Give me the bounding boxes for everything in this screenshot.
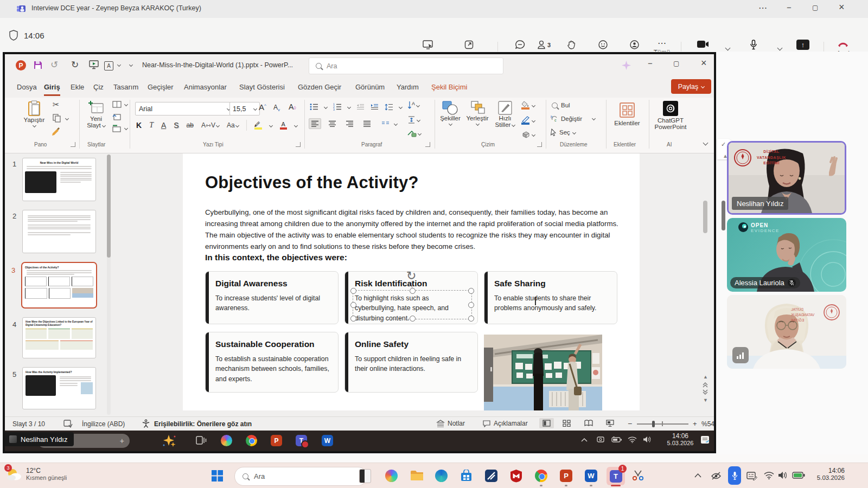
tab-ciz[interactable]: Çiz: [93, 83, 104, 91]
task-view-icon[interactable]: [196, 435, 207, 445]
video-feed-alessia[interactable]: OPEN EVIDENCE Alessia Lauriola: [727, 218, 846, 292]
zoom-slider[interactable]: [637, 423, 688, 425]
shape-fill-button[interactable]: [521, 101, 535, 110]
status-accessibility[interactable]: Erişilebilirlik: Önerilere göz atın: [154, 420, 252, 428]
font-name-combo[interactable]: Arial: [135, 102, 234, 115]
indent-button[interactable]: [371, 104, 379, 110]
app-tile-icon[interactable]: [485, 470, 497, 482]
tab-dosya[interactable]: Dosya: [17, 83, 37, 91]
video-feed-participant3[interactable]: DİJİTALVATANDAŞLIKEĞİTİMİ: [727, 295, 846, 369]
chatgpt-button[interactable]: ChatGPT PowerPoint: [652, 101, 690, 130]
selection-handle-se[interactable]: [468, 316, 474, 322]
layout-chevron-icon[interactable]: [124, 102, 128, 106]
columns-button[interactable]: [381, 121, 390, 127]
replace-button[interactable]: bcDeğiştir: [551, 115, 595, 122]
numbering-chevron-icon[interactable]: [347, 105, 351, 108]
ppt-share-button[interactable]: Paylaş: [671, 79, 711, 94]
ribbon-collapse-icon[interactable]: [703, 140, 709, 146]
section-icon[interactable]: [112, 125, 121, 132]
shared-teams-icon[interactable]: T: [296, 435, 307, 446]
shared-battery-icon[interactable]: [611, 436, 622, 443]
align-left-button[interactable]: [309, 118, 321, 129]
scroll-down-icon[interactable]: ▼: [703, 397, 708, 403]
quickbar-customize-icon[interactable]: [129, 63, 133, 67]
tab-gorunum[interactable]: Görünüm: [355, 83, 385, 91]
shared-word-icon[interactable]: W: [322, 435, 333, 446]
tab-ekle[interactable]: Ekle: [71, 83, 84, 91]
zoom-out-button[interactable]: −: [628, 419, 632, 428]
shadow-button[interactable]: S: [174, 121, 178, 130]
app-explorer-icon[interactable]: [410, 470, 423, 481]
previous-slide-button[interactable]: [702, 381, 709, 388]
start-button[interactable]: [212, 470, 223, 481]
ppt-minimize-button[interactable]: −: [648, 59, 653, 68]
font-color-chevron-icon[interactable]: [294, 123, 298, 127]
section-chevron-icon[interactable]: [124, 126, 128, 130]
strikethrough-button[interactable]: ab: [187, 121, 194, 129]
slideshow-icon[interactable]: [89, 60, 99, 69]
underline-button[interactable]: A: [161, 121, 166, 130]
tab-gecisler[interactable]: Geçişler: [148, 83, 174, 91]
selection-handle-ne[interactable]: [468, 288, 474, 294]
slide-thumbnail-1[interactable]: Near Miss in the Digital World: [22, 158, 96, 201]
card-sustainable-cooperation[interactable]: Sustainable Cooperation To establish a s…: [205, 332, 339, 393]
new-slide-button[interactable]: Yeni Slayt: [82, 100, 110, 129]
spellcheck-icon[interactable]: [63, 420, 73, 428]
weather-widget[interactable]: 3 12°C Kısmen güneşli: [5, 466, 67, 482]
window-minimize-button[interactable]: −: [787, 3, 792, 12]
slide-lead-line[interactable]: In this context, the objectives were:: [205, 253, 347, 262]
ppt-close-button[interactable]: ×: [701, 57, 707, 69]
taskbar-search[interactable]: Ara: [234, 467, 367, 486]
scroll-up-icon[interactable]: ▲: [703, 374, 708, 380]
shared-chrome-icon[interactable]: [246, 435, 257, 446]
arrange-button[interactable]: Yerleştir: [464, 101, 491, 125]
tab-giris[interactable]: Giriş: [44, 83, 60, 96]
layout-icon[interactable]: [112, 101, 122, 108]
selection-handle-w[interactable]: [350, 302, 356, 308]
font-style-icon[interactable]: A: [104, 60, 113, 70]
shapes-button[interactable]: Şekiller: [438, 101, 463, 125]
slide-photo-school-hallway[interactable]: [484, 335, 602, 410]
reset-slide-icon[interactable]: [112, 113, 121, 120]
shrink-font-button[interactable]: Av: [273, 104, 280, 112]
video-feed-neslihan[interactable]: DİJİTALVATANDAŞLIKEĞİTİMİ Neslihan Yıldı…: [727, 141, 846, 215]
pano-dialog-launcher[interactable]: [71, 142, 75, 147]
taskbar-clock[interactable]: 14:06 5.03.2026: [811, 467, 845, 481]
window-close-button[interactable]: ×: [839, 2, 845, 13]
font-color-button[interactable]: A: [280, 121, 287, 130]
wifi-icon[interactable]: [764, 471, 774, 479]
hidden-eye-icon[interactable]: [711, 471, 722, 480]
mic-active-indicator[interactable]: [728, 466, 741, 485]
bullets-button[interactable]: [310, 103, 318, 111]
font-size-combo[interactable]: 15,5: [229, 102, 260, 115]
slide-title[interactable]: Objectives of the Activity?: [205, 173, 419, 192]
bold-button[interactable]: K: [136, 121, 142, 130]
tab-sekil-bicimi[interactable]: Şekil Biçimi: [431, 83, 467, 91]
selection-handle-e[interactable]: [468, 302, 474, 308]
app-snipping-icon[interactable]: [631, 469, 644, 482]
thumbnail-scrollbar[interactable]: [107, 155, 111, 415]
bullets-chevron-icon[interactable]: [324, 105, 328, 108]
format-painter-icon[interactable]: [52, 127, 61, 136]
view-reading-button[interactable]: [584, 420, 593, 427]
cut-icon[interactable]: ✂: [53, 100, 60, 110]
tray-chevron-icon[interactable]: [694, 473, 701, 478]
undo-icon[interactable]: ↺: [50, 59, 58, 70]
slide-intro-paragraph[interactable]: Cyberbullying, one of the most significa…: [205, 207, 618, 252]
shared-copilot-icon[interactable]: [221, 435, 232, 446]
volume-icon[interactable]: [778, 471, 788, 479]
view-normal-button[interactable]: [539, 418, 554, 428]
notes-button[interactable]: Notlar: [436, 420, 465, 427]
app-word-icon[interactable]: W: [585, 470, 597, 482]
paste-button[interactable]: Yapıştır: [20, 100, 48, 127]
copilot-sparkle-icon[interactable]: [162, 434, 176, 447]
addins-button[interactable]: Eklentiler: [609, 102, 645, 126]
app-copilot-icon[interactable]: [385, 470, 398, 482]
selection-handle-s[interactable]: [410, 316, 416, 322]
justify-button[interactable]: [361, 118, 373, 129]
app-edge-icon[interactable]: [435, 470, 448, 482]
gallery-scrollbar[interactable]: [722, 201, 725, 249]
find-button[interactable]: Bul: [552, 102, 570, 108]
zoom-slider-thumb[interactable]: [652, 421, 655, 427]
redo-icon[interactable]: ↻: [71, 59, 79, 70]
